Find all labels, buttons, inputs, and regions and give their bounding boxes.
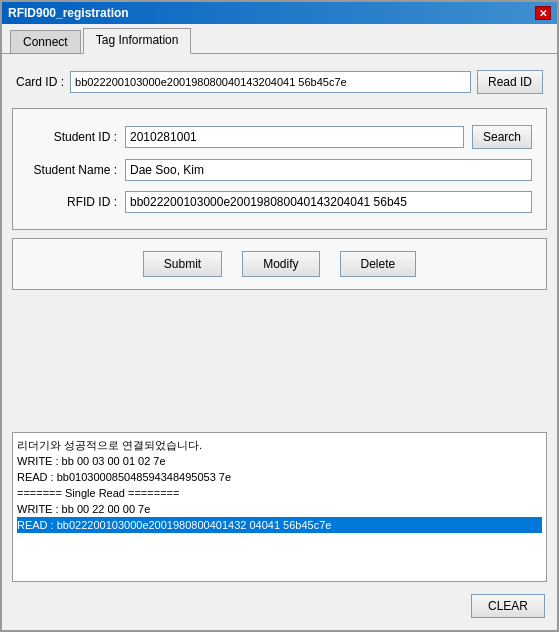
log-line: 리더기와 성공적으로 연결되었습니다. xyxy=(17,437,542,453)
student-id-label: Student ID : xyxy=(27,130,117,144)
read-id-button[interactable]: Read ID xyxy=(477,70,543,94)
log-line: WRITE : bb 00 03 00 01 02 7e xyxy=(17,453,542,469)
log-line: WRITE : bb 00 22 00 00 7e xyxy=(17,501,542,517)
log-area[interactable]: 리더기와 성공적으로 연결되었습니다.WRITE : bb 00 03 00 0… xyxy=(12,432,547,582)
content-area: Card ID : Read ID Student ID : Search St… xyxy=(2,54,557,630)
student-name-row: Student Name : xyxy=(27,159,532,181)
rfid-id-label: RFID ID : xyxy=(27,195,117,209)
clear-row: CLEAR xyxy=(12,590,547,620)
submit-button[interactable]: Submit xyxy=(143,251,222,277)
modify-button[interactable]: Modify xyxy=(242,251,319,277)
tab-tag-information[interactable]: Tag Information xyxy=(83,28,192,54)
close-button[interactable]: ✕ xyxy=(535,6,551,20)
action-box: Submit Modify Delete xyxy=(12,238,547,290)
clear-button[interactable]: CLEAR xyxy=(471,594,545,618)
log-line: READ : bb022200103000e2001980800401432 0… xyxy=(17,517,542,533)
search-button[interactable]: Search xyxy=(472,125,532,149)
student-name-input[interactable] xyxy=(125,159,532,181)
delete-button[interactable]: Delete xyxy=(340,251,417,277)
tab-connect[interactable]: Connect xyxy=(10,30,81,53)
student-name-label: Student Name : xyxy=(27,163,117,177)
info-box: Student ID : Search Student Name : RFID … xyxy=(12,108,547,230)
card-id-label: Card ID : xyxy=(16,75,64,89)
log-line: ======= Single Read ======== xyxy=(17,485,542,501)
student-id-row: Student ID : Search xyxy=(27,125,532,149)
rfid-id-row: RFID ID : xyxy=(27,191,532,213)
tab-bar: Connect Tag Information xyxy=(2,24,557,54)
student-id-input[interactable] xyxy=(125,126,464,148)
log-line: READ : bb010300085048594348495053 7e xyxy=(17,469,542,485)
card-id-row: Card ID : Read ID xyxy=(12,64,547,100)
rfid-id-input[interactable] xyxy=(125,191,532,213)
title-bar: RFID900_registration ✕ xyxy=(2,2,557,24)
window-title: RFID900_registration xyxy=(8,6,129,20)
main-window: RFID900_registration ✕ Connect Tag Infor… xyxy=(0,0,559,632)
spacer xyxy=(12,298,547,424)
card-id-input[interactable] xyxy=(70,71,471,93)
